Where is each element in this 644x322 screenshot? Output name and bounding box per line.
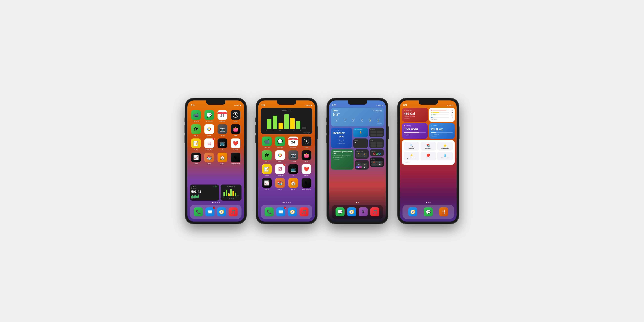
app-home[interactable]: 🏠 Home xyxy=(287,178,299,190)
weather-widget[interactable]: Waco ↑ 86° Mostly Cloudy H:87° L:71° 4PM… xyxy=(331,108,384,126)
dock-podcast[interactable]: 🎙 xyxy=(359,207,368,216)
app-maps[interactable]: 🗺 Maps xyxy=(261,150,273,162)
app-stocks[interactable]: 📈 Stocks xyxy=(261,178,273,190)
workout-widget-large[interactable]: WORKOUTS MTW TFSS SmartGym xyxy=(261,108,312,134)
app-reminders[interactable]: ☑ 1 Reminders xyxy=(274,164,286,176)
app-books[interactable]: 📚 Books xyxy=(274,178,286,190)
app-label: Stocks xyxy=(194,163,198,164)
dock-fork[interactable]: 🍴 xyxy=(439,207,448,216)
dock-music[interactable]: 🎵 xyxy=(370,207,379,216)
status-icons: ▪▪ WiFi ▮ xyxy=(376,104,382,106)
app-label: Messages xyxy=(206,120,212,122)
app-clock[interactable]: Clock xyxy=(230,110,242,122)
dock-phone[interactable]: 📞 xyxy=(265,207,274,216)
app-camera[interactable]: 📷 Camera xyxy=(216,124,228,136)
fasting-widget[interactable]: ⏰Fasting 15h 45m 45m above FoodNoms xyxy=(402,123,428,139)
news-widget[interactable]: News 📰 xyxy=(353,138,368,148)
dock-music[interactable]: 🎵 xyxy=(228,207,238,216)
foodnoms-widget[interactable]: 🔍 SEARCH 📚 LIBRARY ⭐ FAVORITES ⚡ xyxy=(402,140,455,165)
app-tv[interactable]: 📺 TV xyxy=(216,138,228,150)
status-time: 3:44 xyxy=(332,104,336,106)
dock-mail[interactable]: ✉️ 9 xyxy=(206,207,214,216)
app-reminders[interactable]: ☑ 1 Reminders xyxy=(203,138,215,150)
myfitnesspal-widget[interactable]: MyFitnessPal 🏃 xyxy=(353,128,368,137)
fitness-apple-col: Fitness Apple 🍎 📺 xyxy=(370,149,384,170)
app-facetime[interactable]: 📹 FaceTime xyxy=(261,136,273,148)
amex-widget[interactable]: American Express Green Card 3x Membershi… xyxy=(331,149,354,170)
dock-safari[interactable]: 🧭 xyxy=(217,207,226,216)
app-label: Voice Memos xyxy=(231,163,240,164)
foodnoms-library[interactable]: 📚 LIBRARY xyxy=(420,142,436,150)
work-widget[interactable]: Work xyxy=(369,138,384,148)
weather-source: Weather xyxy=(333,123,382,124)
app-notes[interactable]: 📝 Notes xyxy=(261,164,273,176)
stocks-widget[interactable]: AAPL Apple Inc. 2,152T 503,43 xyxy=(190,184,219,200)
messages-icon: 💬 xyxy=(204,110,214,120)
app-home[interactable]: 🏠 Home xyxy=(216,153,228,164)
news-label: News xyxy=(354,140,366,141)
weather-condition: Mostly Cloudy xyxy=(373,110,382,111)
signal-icon: ▪▪▪ xyxy=(305,104,307,106)
foodnoms-scan[interactable]: 🔴 SCAN xyxy=(420,152,436,160)
dock-safari[interactable]: 🧭 xyxy=(408,207,417,216)
calories-widget[interactable]: 🔥Calories 469 Cal 1,352 Cal remaining Fo… xyxy=(402,108,428,122)
dock-messages[interactable]: 💬 xyxy=(336,207,344,216)
app-camera[interactable]: 📷 Camera xyxy=(287,150,299,162)
macro-carbs: 469 xyxy=(431,109,453,111)
app-label: Maps xyxy=(194,134,198,136)
app-tv[interactable]: 📺 TV xyxy=(287,164,299,176)
app-books[interactable]: 📚 Books xyxy=(203,153,215,164)
social-widget[interactable]: Social 🐦 📸 ▶ 💬 xyxy=(355,160,369,170)
app-facetime[interactable]: 📹 FaceTime xyxy=(190,110,202,122)
dock-mail[interactable]: ✉️9 xyxy=(276,207,285,216)
phone-2: 9:41 ▪▪▪ WiFi ▮ WORKOUTS xyxy=(256,98,317,224)
app-notes[interactable]: 📝 Notes xyxy=(190,138,202,150)
finance-widget[interactable]: Finance xyxy=(369,128,384,137)
apple-widget[interactable]: Apple 🍎 📺 🎵 📰 xyxy=(370,158,384,167)
foodnoms-search[interactable]: 🔍 SEARCH xyxy=(404,142,419,150)
app-photos[interactable]: Photos xyxy=(203,124,215,136)
macro-protein: 66 xyxy=(431,112,453,113)
app-stocks[interactable]: 📈 Stocks xyxy=(190,153,202,164)
gym-widget[interactable]: WORKOUTS MTW TFSS SmartGym xyxy=(220,184,242,200)
photos-icon xyxy=(204,124,214,134)
widget-source: WaterMinder xyxy=(333,142,350,144)
foodnoms-logdrink[interactable]: 💧 LOG DRINK xyxy=(437,152,453,160)
app-clock[interactable]: Clock xyxy=(300,136,312,148)
app-health[interactable]: ❤️ Health xyxy=(300,164,312,176)
app-health[interactable]: ❤️ Health xyxy=(230,138,242,150)
app-photos[interactable]: Photos xyxy=(274,150,286,162)
dock-messages[interactable]: 💬 xyxy=(424,207,433,216)
svg-point-9 xyxy=(279,154,281,156)
foodnoms-favorites[interactable]: ⭐ FAVORITES xyxy=(437,142,453,150)
app-wallet[interactable]: 👛 Wallet xyxy=(300,150,312,162)
dock-phone[interactable]: 📞 xyxy=(194,207,203,216)
app-voicememos[interactable]: 🎙 Voice Memos xyxy=(230,153,242,164)
finance-grid xyxy=(370,131,382,136)
dock-safari[interactable]: 🧭 xyxy=(288,207,297,216)
dock-safari[interactable]: 🧭 xyxy=(347,207,356,216)
app-calendar[interactable]: MON 24 Calendar xyxy=(287,136,299,148)
water-widget[interactable]: 💧Water 24 fl oz 76 fl oz below FoodNoms xyxy=(429,123,455,139)
fitness2-rings xyxy=(371,153,382,155)
scan-icon: 🔴 xyxy=(422,154,434,157)
app-voicememos[interactable]: 🎙 Voice Memos xyxy=(300,178,312,190)
app-wallet[interactable]: 👛 Wallet xyxy=(230,124,242,136)
stocks-icon: 📈 xyxy=(191,153,201,162)
app-maps[interactable]: 🗺 Maps xyxy=(190,124,202,136)
app-messages[interactable]: 💬 Messages xyxy=(274,136,286,148)
app-messages[interactable]: 💬 Messages xyxy=(203,110,215,122)
fitness-news-col: MyFitnessPal 🏃 News 📰 xyxy=(353,128,368,148)
app-calendar[interactable]: MON 24 Calendar xyxy=(216,110,228,122)
smartgym-label: SmartGym xyxy=(263,132,310,134)
water-bar xyxy=(431,132,453,133)
fitness2-widget[interactable]: Fitness xyxy=(370,149,384,156)
macros-widget[interactable]: 469 66 34 xyxy=(429,108,455,122)
waterminder-widget[interactable]: Current Hydration 46/128oz WaterMinder xyxy=(331,128,352,148)
foodnoms-quickentry[interactable]: ⚡ QUICK ENTRY xyxy=(404,152,419,160)
reminders-icon: ☑ 1 xyxy=(204,138,214,148)
dock-music[interactable]: 🎵 xyxy=(300,207,308,216)
smarthome-widget[interactable]: Smart Home 💡 🔒 🌡 📷 xyxy=(355,149,369,159)
calendar-icon: MON 24 xyxy=(218,110,227,120)
clock-icon xyxy=(231,110,240,120)
